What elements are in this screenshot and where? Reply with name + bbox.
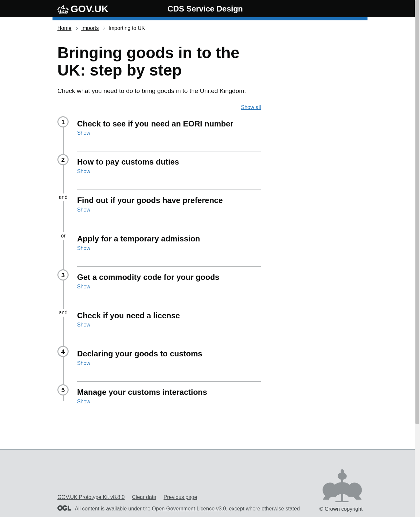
step-show-toggle[interactable]: Show [77, 399, 90, 404]
chevron-right-icon [102, 27, 105, 30]
main-content: Bringing goods in to the UK: step by ste… [57, 44, 261, 420]
step-show-toggle[interactable]: Show [77, 207, 90, 213]
step-number: 2 [57, 154, 69, 165]
step-title[interactable]: Apply for a temporary admission [77, 234, 261, 244]
step-title[interactable]: Check if you need a license [77, 311, 261, 321]
ogl-link[interactable]: Open Government Licence v3.0 [152, 506, 226, 511]
site-footer: GOV.UK Prototype Kit v8.8.0 Clear data P… [0, 449, 420, 517]
ogl-icon [57, 505, 71, 512]
step-title[interactable]: Manage your customs interactions [77, 388, 261, 397]
breadcrumb-current: Importing to UK [109, 25, 145, 31]
header-blue-bar [52, 17, 368, 20]
footer-link-prototype-kit[interactable]: GOV.UK Prototype Kit v8.8.0 [57, 494, 125, 500]
footer-links: GOV.UK Prototype Kit v8.8.0 Clear data P… [57, 494, 300, 500]
step-title[interactable]: Find out if your goods have preference [77, 196, 261, 205]
step: 1Check to see if you need an EORI number… [57, 113, 261, 151]
crown-icon [57, 3, 69, 14]
step: orApply for a temporary admissionShow [57, 228, 261, 266]
footer-link-clear-data[interactable]: Clear data [132, 494, 156, 500]
breadcrumb: Home Imports Importing to UK [57, 20, 363, 34]
show-all-link[interactable]: Show all [241, 104, 261, 110]
step: 3Get a commodity code for your goodsShow [57, 266, 261, 305]
step-logic: and [57, 309, 69, 317]
step-show-toggle[interactable]: Show [77, 130, 90, 136]
step: 5Manage your customs interactionsShow [57, 381, 261, 420]
step-show-toggle[interactable]: Show [77, 245, 90, 251]
step-number: 4 [57, 346, 69, 357]
scrollbar[interactable] [415, 0, 420, 517]
step: andCheck if you need a licenseShow [57, 305, 261, 343]
step-logic: and [57, 193, 69, 201]
step-title[interactable]: Get a commodity code for your goods [77, 273, 261, 282]
step-title[interactable]: Check to see if you need an EORI number [77, 119, 261, 129]
breadcrumb-link-home[interactable]: Home [57, 25, 72, 31]
step-show-toggle[interactable]: Show [77, 360, 90, 366]
chevron-right-icon [75, 27, 78, 30]
licence-text: All content is available under the Open … [75, 506, 300, 512]
footer-link-previous-page[interactable]: Previous page [164, 494, 197, 500]
govuk-logo-link[interactable]: GOV.UK [57, 3, 109, 14]
page-intro: Check what you need to do to bring goods… [57, 87, 261, 95]
step-show-toggle[interactable]: Show [77, 169, 90, 174]
step-number: 3 [57, 269, 69, 281]
step-title[interactable]: How to pay customs duties [77, 157, 261, 167]
copyright-text: © Crown copyright [319, 506, 363, 512]
step-nav: Show all 1Check to see if you need an EO… [57, 104, 261, 420]
step: 2How to pay customs dutiesShow [57, 151, 261, 190]
page-title: Bringing goods in to the UK: step by ste… [57, 44, 261, 79]
step-logic: or [57, 232, 69, 240]
step-show-toggle[interactable]: Show [77, 322, 90, 327]
step-title[interactable]: Declaring your goods to customs [77, 349, 261, 359]
step-number: 5 [57, 384, 69, 395]
breadcrumb-link-imports[interactable]: Imports [81, 25, 99, 31]
step: andFind out if your goods have preferenc… [57, 190, 261, 228]
service-name: CDS Service Design [168, 4, 243, 13]
step: 4Declaring your goods to customsShow [57, 343, 261, 381]
royal-coat-of-arms-icon [319, 469, 363, 504]
govuk-logo-text: GOV.UK [71, 3, 109, 14]
site-header: GOV.UK CDS Service Design [0, 0, 420, 17]
step-number: 1 [57, 116, 69, 127]
step-show-toggle[interactable]: Show [77, 284, 90, 289]
